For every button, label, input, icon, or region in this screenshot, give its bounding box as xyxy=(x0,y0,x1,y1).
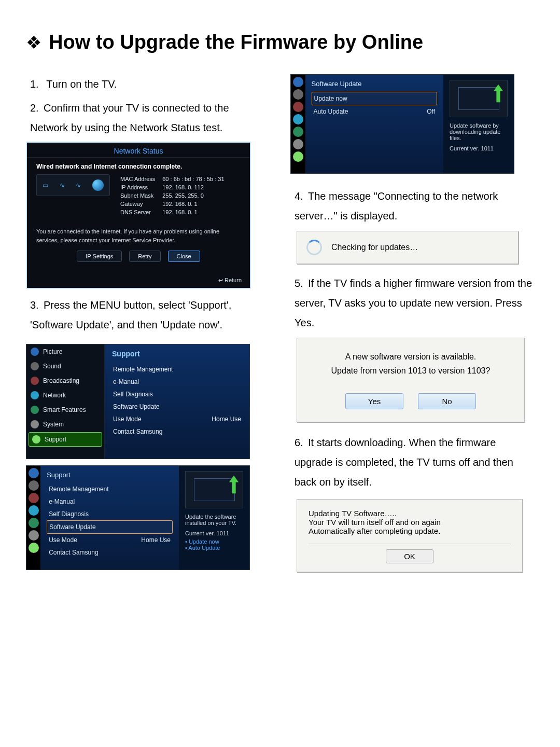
screenshot-support-menu: Picture Sound Broadcasting Network Smart… xyxy=(26,344,250,459)
menu-item-picture[interactable]: Picture xyxy=(26,344,104,359)
tv-thumb xyxy=(185,471,243,508)
side-icon xyxy=(293,127,303,137)
screenshot-network-status: Network Status Wired network and Interne… xyxy=(26,142,251,289)
update-available-dialog: A new software version is available. Upd… xyxy=(297,338,525,422)
ns-note: You are connected to the Internet. If yo… xyxy=(36,227,241,244)
sub-info1: Update the software installed on your TV… xyxy=(185,514,243,526)
ns-diagram: ▭ ∿ ∿ xyxy=(36,174,110,196)
step-6: 6.It starts downloading. When the firmwa… xyxy=(295,433,534,492)
router-icon: ∿ xyxy=(76,182,81,189)
su-auto-update[interactable]: Auto UpdateOff xyxy=(312,105,437,118)
no-button[interactable]: No xyxy=(418,393,476,409)
su-header: Software Update xyxy=(312,80,437,88)
page-title: How to Upgrade the Firmware by Online xyxy=(49,31,423,53)
checking-text: Checking for updates… xyxy=(331,243,418,252)
updating-software-box: Updating TV Software….. Your TV will tur… xyxy=(297,499,523,572)
sub-self-diagnosis[interactable]: Self Diagnosis xyxy=(47,508,173,520)
ok-button[interactable]: OK xyxy=(386,549,433,563)
arrow-up-icon xyxy=(228,475,240,495)
spinner-icon xyxy=(306,240,322,255)
step-3: 3.Press the MENU button, select 'Support… xyxy=(30,295,270,335)
opt-contact-samsung[interactable]: Contact Samsung xyxy=(112,425,242,438)
opt-software-update[interactable]: Software Update xyxy=(112,400,242,413)
globe-icon xyxy=(92,179,104,191)
close-button[interactable]: Close xyxy=(168,251,200,262)
screenshot-support-submenu: Support Remote Management e-Manual Self … xyxy=(26,465,250,570)
dlg-line2: Update from version 1013 to version 1103… xyxy=(310,364,512,378)
upd-line2: Your TV will turn itself off and on agai… xyxy=(309,518,511,527)
sub-info2: Current ver. 1011 xyxy=(185,530,243,536)
tv-thumb xyxy=(450,80,508,117)
menu-item-broadcasting[interactable]: Broadcasting xyxy=(26,374,104,388)
sub-use-mode[interactable]: Use ModeHome Use xyxy=(47,534,173,546)
menu-item-network[interactable]: Network xyxy=(26,388,104,403)
arrow-up-icon xyxy=(493,84,504,104)
step-4: 4.The message "Connecting to the network… xyxy=(295,186,534,226)
opt-self-diagnosis[interactable]: Self Diagnosis xyxy=(112,388,242,400)
retry-button[interactable]: Retry xyxy=(129,251,160,262)
opt-e-manual[interactable]: e-Manual xyxy=(112,376,242,388)
ip-settings-button[interactable]: IP Settings xyxy=(77,251,122,262)
side-icon xyxy=(293,151,303,162)
checking-updates-box: Checking for updates… xyxy=(297,231,519,264)
upd-line3: Automatically after completing update. xyxy=(309,527,511,535)
opt-use-mode[interactable]: Use ModeHome Use xyxy=(112,413,242,425)
sub-info3b: • Auto Update xyxy=(185,545,243,551)
sub-remote-management[interactable]: Remote Management xyxy=(47,483,173,495)
su-info2: Current ver. 1011 xyxy=(450,145,508,151)
sub-info3a: • Update now xyxy=(185,538,243,545)
page-title-row: ❖ How to Upgrade the Firmware by Online xyxy=(26,31,534,53)
side-icon xyxy=(293,102,303,112)
su-update-now[interactable]: Update now xyxy=(312,92,437,105)
yes-button[interactable]: Yes xyxy=(345,393,403,409)
side-icon xyxy=(29,505,39,516)
return-button[interactable]: ↩ Return xyxy=(218,277,242,284)
side-icon xyxy=(293,89,303,100)
menu-item-support[interactable]: Support xyxy=(29,432,102,447)
step-5: 5.If the TV finds a higher firmware vers… xyxy=(295,273,534,333)
menu-item-smart-features[interactable]: Smart Features xyxy=(26,403,104,417)
side-icon xyxy=(29,493,39,503)
bullet-icon: ❖ xyxy=(26,32,41,53)
link-icon: ∿ xyxy=(60,182,65,189)
menu-item-sound[interactable]: Sound xyxy=(26,359,104,374)
ns-status-message: Wired network and Internet connection co… xyxy=(36,163,241,170)
side-icon xyxy=(293,77,303,87)
step-1: 1. Turn on the TV. xyxy=(30,74,270,94)
sub-e-manual[interactable]: e-Manual xyxy=(47,495,173,508)
side-icon xyxy=(293,139,303,149)
side-icon xyxy=(29,530,39,541)
sub-contact-samsung[interactable]: Contact Samsung xyxy=(47,546,173,559)
side-icon xyxy=(29,543,39,553)
side-icon xyxy=(29,468,39,478)
ns-table: MAC Address60 : 6b : bd : 78 : 5b : 31 I… xyxy=(116,174,229,217)
step-2: 2.Confirm that your TV is connected to t… xyxy=(30,98,270,137)
ns-title: Network Status xyxy=(27,143,250,158)
menu-item-system[interactable]: System xyxy=(26,417,104,432)
screenshot-software-update-menu: Software Update Update now Auto UpdateOf… xyxy=(290,74,514,174)
side-icon xyxy=(293,114,303,125)
opt-remote-management[interactable]: Remote Management xyxy=(112,363,242,376)
side-icon xyxy=(29,518,39,528)
sub-header: Support xyxy=(47,471,173,479)
sub-software-update[interactable]: Software Update xyxy=(47,520,173,534)
tv-icon: ▭ xyxy=(43,182,48,189)
su-info1: Update software by downloading update fi… xyxy=(450,122,508,141)
dlg-line1: A new software version is available. xyxy=(310,350,512,364)
side-icon xyxy=(29,480,39,491)
upd-line1: Updating TV Software….. xyxy=(309,509,511,518)
support-header: Support xyxy=(112,350,242,358)
